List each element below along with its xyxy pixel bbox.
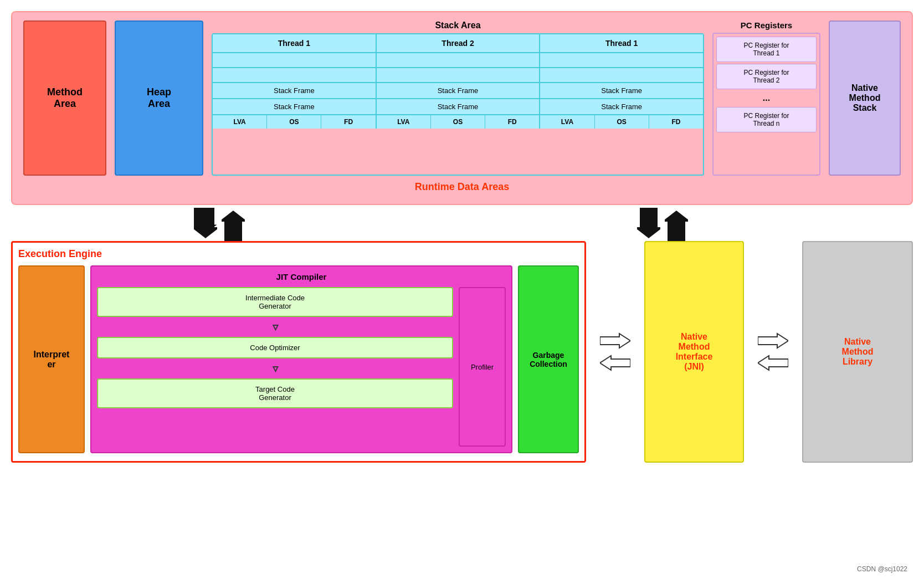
right-arrow-to-nml: [758, 332, 788, 349]
jit-arrow-2: ▿: [273, 363, 278, 374]
nml-label: NativeMethodLibrary: [842, 337, 874, 367]
jit-step-2: Code Optimizer: [97, 337, 453, 358]
fd-3: FD: [649, 115, 703, 129]
garbage-collection-label: GarbageCollection: [530, 351, 567, 368]
lva-2: LVA: [377, 115, 431, 129]
svg-marker-3: [637, 208, 660, 238]
jit-step-1: Intermediate CodeGenerator: [97, 287, 453, 317]
execution-engine-label: Execution Engine: [18, 248, 579, 260]
stack-lva-row: LVA OS FD LVA OS FD LVA OS FD: [213, 115, 703, 129]
right-arrow-to-nmi: [600, 332, 630, 349]
stack-lva-group-1: LVA OS FD: [213, 115, 377, 129]
stack-area-title: Stack Area: [212, 21, 704, 30]
up-arrow-left: [222, 208, 245, 241]
native-method-stack-label: NativeMethodStack: [849, 83, 881, 113]
left-arrow-from-nmi: [600, 355, 630, 371]
stack-frame-row-2: Stack Frame Stack Frame Stack Frame: [213, 99, 703, 115]
profiler-label: Profiler: [471, 363, 494, 371]
stack-area: Thread 1 Thread 2 Thread 1: [212, 33, 704, 176]
bottom-section: Execution Engine Interpreter JIT Compile…: [11, 241, 913, 463]
svg-marker-8: [758, 356, 788, 370]
os-1: OS: [267, 115, 321, 129]
right-arrow-group: [637, 208, 688, 241]
pc-registers-wrapper: PC Registers PC Register forThread 1 PC …: [712, 21, 820, 176]
stack-empty-2c: [540, 68, 703, 82]
down-arrow-right: [637, 208, 660, 241]
lva-3: LVA: [540, 115, 594, 129]
native-method-library: NativeMethodLibrary: [802, 241, 913, 463]
interpreter: Interpreter: [18, 265, 85, 453]
svg-marker-2: [222, 211, 245, 241]
jit-step-3: Target CodeGenerator: [97, 378, 453, 408]
pc-register-n: PC Register forThread n: [716, 107, 817, 132]
stack-thread-3: Thread 1: [540, 34, 703, 52]
os-3: OS: [595, 115, 649, 129]
nmi-label: NativeMethodInterface(JNI): [676, 332, 713, 372]
jit-wrapper: JIT Compiler Intermediate CodeGenerator …: [90, 265, 512, 453]
watermark: CSDN @scj1022: [857, 565, 907, 573]
stack-frame-1c: Stack Frame: [540, 83, 703, 98]
pc-registers: PC Register forThread 1 PC Register forT…: [712, 33, 820, 176]
jit-arrow-1: ▿: [273, 321, 278, 332]
method-area-label: Method Area: [47, 86, 83, 110]
pc-register-2: PC Register forThread 2: [716, 64, 817, 89]
heap-area-label: Heap Area: [147, 86, 171, 110]
stack-thread-2: Thread 2: [377, 34, 541, 52]
svg-marker-5: [600, 334, 630, 348]
svg-marker-4: [665, 211, 688, 241]
profiler-box: Profiler: [459, 287, 506, 447]
os-2: OS: [431, 115, 485, 129]
native-method-interface: NativeMethodInterface(JNI): [644, 241, 744, 463]
runtime-section: Method Area Heap Area Stack Area Thread …: [11, 11, 913, 205]
stack-empty-2b: [377, 68, 541, 82]
heap-area: Heap Area: [115, 21, 203, 176]
svg-marker-1: [194, 208, 217, 238]
stack-frame-2b: Stack Frame: [377, 99, 541, 114]
top-arrows-container: [11, 205, 913, 241]
svg-marker-7: [758, 334, 788, 348]
down-arrow-left: [194, 208, 217, 241]
fd-1: FD: [321, 115, 375, 129]
fd-2: FD: [485, 115, 539, 129]
stack-frame-1b: Stack Frame: [377, 83, 541, 98]
execution-inner: Interpreter JIT Compiler Intermediate Co…: [18, 265, 579, 453]
runtime-data-areas-label: Runtime Data Areas: [23, 181, 901, 193]
stack-empty-row-2: [213, 68, 703, 83]
jit-flow: Intermediate CodeGenerator ▿ Code Optimi…: [97, 287, 453, 447]
pc-registers-title: PC Registers: [712, 21, 820, 30]
stack-thread-1: Thread 1: [213, 34, 377, 52]
main-wrapper: Method Area Heap Area Stack Area Thread …: [11, 11, 913, 463]
method-area: Method Area: [23, 21, 106, 176]
stack-empty-1a: [213, 53, 377, 67]
arrows-right: [755, 241, 791, 463]
pc-register-1: PC Register forThread 1: [716, 37, 817, 62]
stack-empty-1b: [377, 53, 541, 67]
execution-engine: Execution Engine Interpreter JIT Compile…: [11, 241, 586, 463]
left-arrow-group: [194, 208, 245, 241]
interpreter-label: Interpreter: [34, 350, 70, 370]
stack-frame-2c: Stack Frame: [540, 99, 703, 114]
jit-title: JIT Compiler: [97, 272, 506, 281]
stack-area-wrapper: Stack Area Thread 1 Thread 2 Thread 1: [212, 21, 704, 176]
svg-marker-6: [600, 356, 630, 370]
runtime-inner: Method Area Heap Area Stack Area Thread …: [23, 21, 901, 176]
stack-lva-group-3: LVA OS FD: [540, 115, 703, 129]
lva-1: LVA: [213, 115, 267, 129]
stack-thread-row: Thread 1 Thread 2 Thread 1: [213, 34, 703, 53]
stack-empty-row-1: [213, 53, 703, 68]
up-arrow-right: [665, 208, 688, 241]
garbage-collection: GarbageCollection: [518, 265, 579, 453]
jit-inner: Intermediate CodeGenerator ▿ Code Optimi…: [97, 287, 506, 447]
native-method-stack-top: NativeMethodStack: [829, 21, 901, 176]
left-arrow-from-nml: [758, 355, 788, 371]
stack-lva-group-2: LVA OS FD: [377, 115, 541, 129]
stack-frame-row-1: Stack Frame Stack Frame Stack Frame: [213, 83, 703, 99]
stack-frame-1a: Stack Frame: [213, 83, 377, 98]
stack-frame-2a: Stack Frame: [213, 99, 377, 114]
pc-register-dots: ...: [716, 91, 817, 105]
stack-empty-1c: [540, 53, 703, 67]
stack-empty-2a: [213, 68, 377, 82]
arrows-middle: [597, 241, 633, 463]
